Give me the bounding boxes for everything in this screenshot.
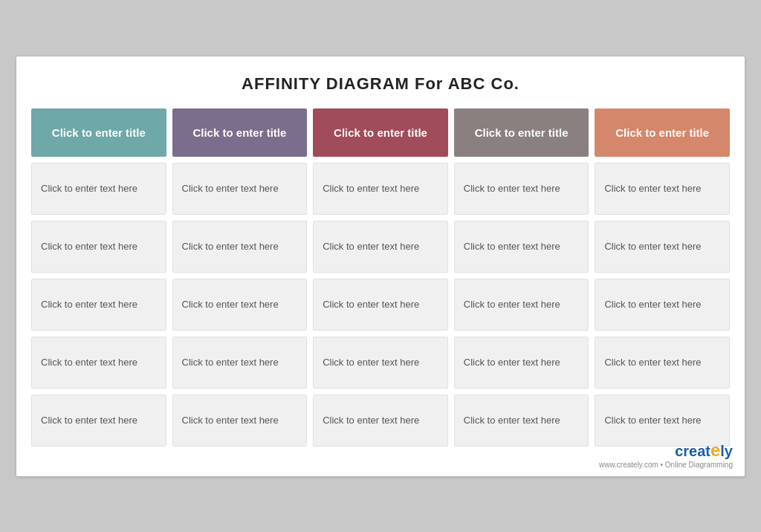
cell-r1-c2[interactable]: Click to enter text here (172, 163, 308, 215)
brand-logo: creately (599, 440, 733, 461)
cell-r1-c4[interactable]: Click to enter text here (454, 163, 589, 215)
cell-r2-c5[interactable]: Click to enter text here (595, 221, 730, 273)
cell-r5-c3[interactable]: Click to enter text here (313, 395, 448, 447)
cell-r2-c3[interactable]: Click to enter text here (313, 221, 448, 273)
cell-r4-c3[interactable]: Click to enter text here (313, 337, 448, 389)
cell-r4-c2[interactable]: Click to enter text here (172, 337, 308, 389)
column-header-4[interactable]: Click to enter title (454, 108, 589, 157)
cell-r5-c5[interactable]: Click to enter text here (595, 395, 730, 447)
cell-r4-c5[interactable]: Click to enter text here (595, 337, 730, 389)
cell-r1-c1[interactable]: Click to enter text here (31, 163, 166, 215)
affinity-grid: Click to enter title Click to enter titl… (31, 108, 730, 447)
cell-r3-c2[interactable]: Click to enter text here (172, 279, 308, 331)
brand-url: www.creately.com • Online Diagramming (599, 461, 733, 469)
diagram-title: AFFINITY DIAGRAM For ABC Co. (31, 74, 730, 94)
cell-r2-c4[interactable]: Click to enter text here (454, 221, 589, 273)
diagram-container: AFFINITY DIAGRAM For ABC Co. Click to en… (16, 56, 745, 476)
cell-r4-c1[interactable]: Click to enter text here (31, 337, 166, 389)
cell-r3-c4[interactable]: Click to enter text here (454, 279, 589, 331)
watermark: creately www.creately.com • Online Diagr… (599, 440, 733, 469)
brand-text-create: creat (675, 443, 710, 459)
cell-r1-c5[interactable]: Click to enter text here (595, 163, 730, 215)
column-header-2[interactable]: Click to enter title (172, 108, 308, 157)
column-header-3[interactable]: Click to enter title (313, 108, 448, 157)
cell-r5-c4[interactable]: Click to enter text here (454, 395, 589, 447)
cell-r5-c1[interactable]: Click to enter text here (31, 395, 166, 447)
cell-r2-c1[interactable]: Click to enter text here (31, 221, 166, 273)
cell-r3-c5[interactable]: Click to enter text here (595, 279, 730, 331)
cell-r3-c1[interactable]: Click to enter text here (31, 279, 166, 331)
cell-r2-c2[interactable]: Click to enter text here (172, 221, 308, 273)
column-header-1[interactable]: Click to enter title (31, 108, 166, 157)
cell-r3-c3[interactable]: Click to enter text here (313, 279, 448, 331)
brand-text-ately: ly (720, 443, 733, 459)
cell-r5-c2[interactable]: Click to enter text here (172, 395, 308, 447)
cell-r4-c4[interactable]: Click to enter text here (454, 337, 589, 389)
brand-dot: e (710, 440, 720, 460)
cell-r1-c3[interactable]: Click to enter text here (313, 163, 448, 215)
column-header-5[interactable]: Click to enter title (595, 108, 730, 157)
